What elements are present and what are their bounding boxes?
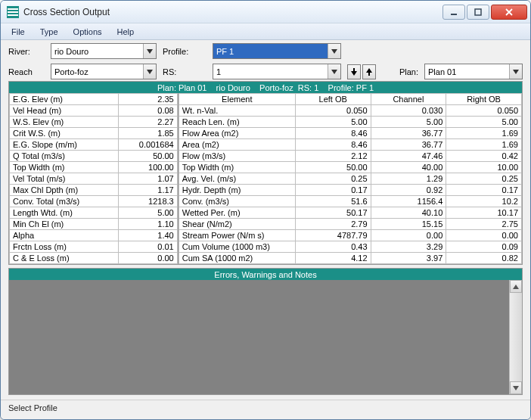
cell-channel: 36.77 [371,139,446,151]
table-row: Hydr. Depth (m)0.170.920.17 [179,185,521,196]
chevron-down-icon [328,64,340,79]
reach-combo[interactable]: Porto-foz [51,64,157,79]
row-label: Stream Power (N/m s) [179,230,295,241]
cell-left-ob: 4787.79 [295,230,371,241]
cell-channel: 0.92 [371,185,446,196]
row-value: 1.85 [119,128,178,139]
row-value: 1.40 [119,230,178,241]
scrollbar-vertical[interactable] [509,280,522,394]
table-row: Flow (m3/s)2.1247.460.42 [179,151,521,162]
cell-left-ob: 2.12 [295,151,371,162]
cell-right-ob: 1.69 [446,139,522,151]
chevron-down-icon [328,44,340,58]
profile-combo[interactable]: PF 1 [213,43,341,59]
cell-channel: 40.00 [371,162,446,173]
menu-options[interactable]: Options [67,26,108,38]
table-row: Frctn Loss (m)0.01 [10,241,178,253]
scroll-up-button[interactable] [510,280,522,293]
row-value: 100.00 [119,162,178,173]
header-right-ob: Right OB [446,94,522,105]
table-row: Conv. (m3/s)51.61156.410.2 [179,196,521,207]
row-label: Hydr. Depth (m) [179,185,295,196]
plan-banner: Plan: Plan 01 rio Douro Porto-foz RS: 1 … [8,81,523,93]
window-buttons [441,5,527,20]
row-label: Wt. n-Val. [179,105,295,117]
cell-left-ob: 8.46 [295,128,371,139]
row-label: C & E Loss (m) [10,253,119,264]
row-value: 2.35 [119,94,178,105]
table-row: Shear (N/m2)2.7915.152.75 [179,219,521,230]
table-row: Cum Volume (1000 m3)0.433.290.09 [179,241,521,253]
row-value: 2.27 [119,117,178,128]
row-label: Top Width (m) [179,162,295,173]
cell-right-ob: 0.42 [446,151,522,162]
table-row: Alpha1.40 [10,230,178,241]
menu-help[interactable]: Help [111,26,141,38]
cell-channel: 15.15 [371,219,446,230]
cell-left-ob: 0.050 [295,105,371,117]
ewn-banner: Errors, Warnings and Notes [8,268,523,280]
river-label: River: [8,47,45,56]
row-label: Flow Area (m2) [179,128,295,139]
element-header-row: Element Left OB Channel Right OB [179,94,521,105]
rs-label: RS: [163,67,206,76]
maximize-button[interactable] [467,5,489,20]
ewn-panel [8,280,523,395]
chevron-down-icon [143,44,156,58]
cell-right-ob: 0.82 [446,253,522,264]
table-row: Max Chl Dpth (m)1.17 [10,185,178,196]
cell-channel: 5.00 [371,117,446,128]
toolbar: River: rio Douro Profile: PF 1 Reach Por… [1,40,530,81]
menubar: File Type Options Help [1,23,530,40]
titlebar: Cross Section Output [1,1,530,23]
row-label: Reach Len. (m) [179,117,295,128]
plan-combo[interactable]: Plan 01 [424,64,523,79]
profile-label: Profile: [163,47,206,56]
minimize-button[interactable] [442,5,465,20]
row-label: Conv. Total (m3/s) [10,196,119,207]
plan-label: Plan: [388,67,418,76]
row-label: Vel Head (m) [10,105,119,117]
river-combo[interactable]: rio Douro [51,43,157,59]
table-row: Avg. Vel. (m/s)0.251.290.25 [179,173,521,185]
cell-left-ob: 0.17 [295,185,371,196]
profile-value: PF 1 [216,47,234,56]
cell-left-ob: 50.17 [295,207,371,219]
cell-right-ob: 10.2 [446,196,522,207]
cell-right-ob: 1.69 [446,128,522,139]
chevron-down-icon [509,64,522,79]
header-element: Element [179,94,295,105]
svg-rect-1 [475,9,481,15]
row-label: Top Width (m) [10,162,119,173]
row-label: Frctn Loss (m) [10,241,119,253]
close-button[interactable] [491,5,527,20]
row-label: Flow (m3/s) [179,151,295,162]
menu-file[interactable]: File [5,26,31,38]
row-label: Wetted Per. (m) [179,207,295,219]
row-label: Length Wtd. (m) [10,207,119,219]
header-left-ob: Left OB [295,94,371,105]
rs-combo[interactable]: 1 [213,64,341,79]
header-channel: Channel [371,94,446,105]
table-row: Top Width (m)100.00 [10,162,178,173]
rs-value: 1 [216,67,221,76]
window: Cross Section Output File Type Options H… [0,0,531,420]
cell-left-ob: 51.6 [295,196,371,207]
table-row: Q Total (m3/s)50.00 [10,151,178,162]
row-label: Max Chl Dpth (m) [10,185,119,196]
cell-channel: 47.46 [371,151,446,162]
cell-left-ob: 2.79 [295,219,371,230]
svg-rect-0 [451,14,457,15]
row-value: 50.00 [119,151,178,162]
element-table: Element Left OB Channel Right OB Wt. n-V… [179,93,522,264]
cell-right-ob: 0.09 [446,241,522,253]
table-row: Vel Head (m)0.08 [10,105,178,117]
cell-left-ob: 4.12 [295,253,371,264]
row-label: Cum SA (1000 m2) [179,253,295,264]
row-value: 1.07 [119,173,178,185]
menu-type[interactable]: Type [34,26,64,38]
rs-up-button[interactable] [362,64,376,79]
scroll-down-button[interactable] [510,381,522,394]
rs-down-button[interactable] [347,64,361,79]
app-icon [7,6,19,18]
